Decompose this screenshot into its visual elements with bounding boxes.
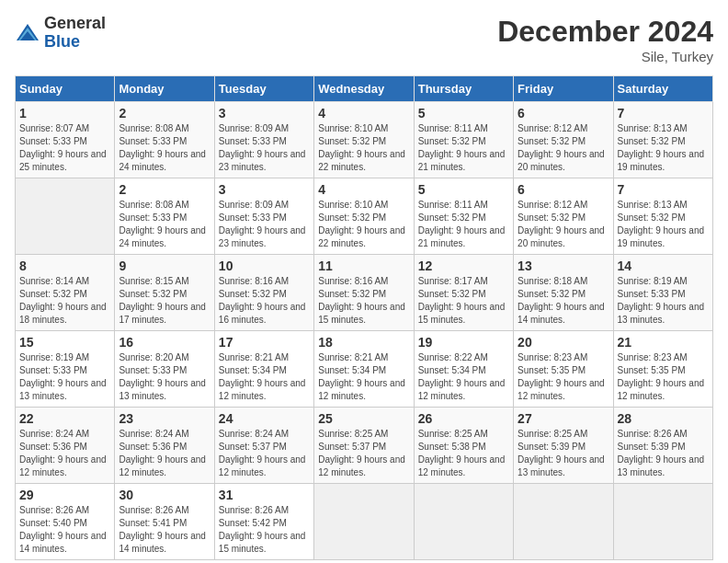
day-info: Sunrise: 8:21 AM Sunset: 5:34 PM Dayligh… xyxy=(318,351,409,403)
day-info: Sunrise: 8:25 AM Sunset: 5:37 PM Dayligh… xyxy=(318,428,409,479)
calendar-cell: 24Sunrise: 8:24 AM Sunset: 5:37 PM Dayli… xyxy=(214,408,313,484)
location-subtitle: Sile, Turkey xyxy=(497,49,713,64)
day-info: Sunrise: 8:24 AM Sunset: 5:37 PM Dayligh… xyxy=(219,428,310,479)
col-wednesday: Wednesday xyxy=(314,76,414,102)
day-info: Sunrise: 8:20 AM Sunset: 5:33 PM Dayligh… xyxy=(119,351,210,403)
calendar-cell: 6Sunrise: 8:12 AM Sunset: 5:32 PM Daylig… xyxy=(514,178,613,255)
calendar-cell xyxy=(613,484,712,560)
day-number: 11 xyxy=(318,259,409,273)
day-info: Sunrise: 8:12 AM Sunset: 5:32 PM Dayligh… xyxy=(518,122,609,174)
calendar-cell: 2Sunrise: 8:08 AM Sunset: 5:33 PM Daylig… xyxy=(115,178,214,255)
calendar-cell: 23Sunrise: 8:24 AM Sunset: 5:36 PM Dayli… xyxy=(115,408,214,484)
day-number: 4 xyxy=(318,182,409,197)
calendar-table: Sunday Monday Tuesday Wednesday Thursday… xyxy=(15,75,713,560)
title-block: December 2024 Sile, Turkey xyxy=(497,15,713,64)
col-tuesday: Tuesday xyxy=(214,76,313,102)
calendar-cell xyxy=(514,484,613,560)
day-info: Sunrise: 8:13 AM Sunset: 5:32 PM Dayligh… xyxy=(618,122,709,174)
calendar-cell: 1Sunrise: 8:07 AM Sunset: 5:33 PM Daylig… xyxy=(16,102,115,178)
day-info: Sunrise: 8:19 AM Sunset: 5:33 PM Dayligh… xyxy=(19,351,110,403)
calendar-cell: 3Sunrise: 8:09 AM Sunset: 5:33 PM Daylig… xyxy=(214,102,313,178)
calendar-cell: 30Sunrise: 8:26 AM Sunset: 5:41 PM Dayli… xyxy=(115,484,214,560)
day-info: Sunrise: 8:23 AM Sunset: 5:35 PM Dayligh… xyxy=(518,351,609,403)
day-info: Sunrise: 8:24 AM Sunset: 5:36 PM Dayligh… xyxy=(19,428,110,479)
calendar-cell: 31Sunrise: 8:26 AM Sunset: 5:42 PM Dayli… xyxy=(214,484,313,560)
day-number: 25 xyxy=(318,411,409,426)
day-number: 17 xyxy=(219,335,310,350)
calendar-cell: 29Sunrise: 8:26 AM Sunset: 5:40 PM Dayli… xyxy=(16,484,115,560)
col-saturday: Saturday xyxy=(613,76,712,102)
calendar-cell: 2Sunrise: 8:08 AM Sunset: 5:33 PM Daylig… xyxy=(115,102,214,178)
day-info: Sunrise: 8:22 AM Sunset: 5:34 PM Dayligh… xyxy=(418,351,509,403)
logo-text: General Blue xyxy=(44,15,106,52)
calendar-cell: 10Sunrise: 8:16 AM Sunset: 5:32 PM Dayli… xyxy=(214,255,313,331)
calendar-cell xyxy=(414,484,513,560)
day-number: 1 xyxy=(19,106,110,121)
table-row: 15Sunrise: 8:19 AM Sunset: 5:33 PM Dayli… xyxy=(16,331,713,408)
calendar-cell: 8Sunrise: 8:14 AM Sunset: 5:32 PM Daylig… xyxy=(16,255,115,331)
col-friday: Friday xyxy=(514,76,613,102)
day-info: Sunrise: 8:08 AM Sunset: 5:33 PM Dayligh… xyxy=(119,199,210,250)
day-info: Sunrise: 8:14 AM Sunset: 5:32 PM Dayligh… xyxy=(19,275,110,327)
col-thursday: Thursday xyxy=(414,76,513,102)
calendar-cell: 14Sunrise: 8:19 AM Sunset: 5:33 PM Dayli… xyxy=(613,255,712,331)
calendar-cell: 18Sunrise: 8:21 AM Sunset: 5:34 PM Dayli… xyxy=(314,331,414,408)
calendar-cell: 9Sunrise: 8:15 AM Sunset: 5:32 PM Daylig… xyxy=(115,255,214,331)
table-row: 29Sunrise: 8:26 AM Sunset: 5:40 PM Dayli… xyxy=(16,484,713,560)
day-info: Sunrise: 8:09 AM Sunset: 5:33 PM Dayligh… xyxy=(219,122,310,174)
day-number: 18 xyxy=(318,335,409,350)
calendar-cell: 6Sunrise: 8:12 AM Sunset: 5:32 PM Daylig… xyxy=(514,102,613,178)
calendar-cell: 16Sunrise: 8:20 AM Sunset: 5:33 PM Dayli… xyxy=(115,331,214,408)
day-number: 24 xyxy=(219,411,310,426)
day-number: 14 xyxy=(618,259,709,273)
day-info: Sunrise: 8:16 AM Sunset: 5:32 PM Dayligh… xyxy=(318,275,409,327)
calendar-cell: 5Sunrise: 8:11 AM Sunset: 5:32 PM Daylig… xyxy=(414,178,513,255)
calendar-cell: 28Sunrise: 8:26 AM Sunset: 5:39 PM Dayli… xyxy=(613,408,712,484)
calendar-cell: 25Sunrise: 8:25 AM Sunset: 5:37 PM Dayli… xyxy=(314,408,414,484)
day-number: 15 xyxy=(19,335,110,350)
day-number: 5 xyxy=(418,106,509,121)
calendar-cell: 3Sunrise: 8:09 AM Sunset: 5:33 PM Daylig… xyxy=(214,178,313,255)
day-number: 29 xyxy=(19,488,110,502)
day-number: 23 xyxy=(119,411,210,426)
day-info: Sunrise: 8:21 AM Sunset: 5:34 PM Dayligh… xyxy=(219,351,310,403)
day-number: 19 xyxy=(418,335,509,350)
day-number: 2 xyxy=(119,182,210,197)
table-row: 1Sunrise: 8:07 AM Sunset: 5:33 PM Daylig… xyxy=(16,102,713,178)
day-info: Sunrise: 8:25 AM Sunset: 5:39 PM Dayligh… xyxy=(518,428,609,479)
month-title: December 2024 xyxy=(497,15,713,49)
day-info: Sunrise: 8:25 AM Sunset: 5:38 PM Dayligh… xyxy=(418,428,509,479)
table-row: 22Sunrise: 8:24 AM Sunset: 5:36 PM Dayli… xyxy=(16,408,713,484)
logo-icon xyxy=(15,20,40,46)
calendar-cell xyxy=(314,484,414,560)
day-info: Sunrise: 8:19 AM Sunset: 5:33 PM Dayligh… xyxy=(618,275,709,327)
calendar-header-row: Sunday Monday Tuesday Wednesday Thursday… xyxy=(16,76,713,102)
day-number: 30 xyxy=(119,488,210,502)
col-monday: Monday xyxy=(115,76,214,102)
day-number: 7 xyxy=(618,182,709,197)
calendar-cell: 7Sunrise: 8:13 AM Sunset: 5:32 PM Daylig… xyxy=(613,178,712,255)
calendar-cell: 27Sunrise: 8:25 AM Sunset: 5:39 PM Dayli… xyxy=(514,408,613,484)
calendar-cell: 5Sunrise: 8:11 AM Sunset: 5:32 PM Daylig… xyxy=(414,102,513,178)
day-info: Sunrise: 8:11 AM Sunset: 5:32 PM Dayligh… xyxy=(418,199,509,250)
calendar-cell: 11Sunrise: 8:16 AM Sunset: 5:32 PM Dayli… xyxy=(314,255,414,331)
day-number: 12 xyxy=(418,259,509,273)
day-number: 3 xyxy=(219,182,310,197)
day-info: Sunrise: 8:09 AM Sunset: 5:33 PM Dayligh… xyxy=(219,199,310,250)
calendar-cell xyxy=(16,178,115,255)
table-row: 8Sunrise: 8:14 AM Sunset: 5:32 PM Daylig… xyxy=(16,255,713,331)
day-info: Sunrise: 8:18 AM Sunset: 5:32 PM Dayligh… xyxy=(518,275,609,327)
day-number: 31 xyxy=(219,488,310,502)
day-number: 27 xyxy=(518,411,609,426)
calendar-cell: 17Sunrise: 8:21 AM Sunset: 5:34 PM Dayli… xyxy=(214,331,313,408)
day-info: Sunrise: 8:23 AM Sunset: 5:35 PM Dayligh… xyxy=(618,351,709,403)
day-info: Sunrise: 8:07 AM Sunset: 5:33 PM Dayligh… xyxy=(19,122,110,174)
day-info: Sunrise: 8:26 AM Sunset: 5:40 PM Dayligh… xyxy=(19,504,110,556)
day-number: 10 xyxy=(219,259,310,273)
table-row: 2Sunrise: 8:08 AM Sunset: 5:33 PM Daylig… xyxy=(16,178,713,255)
day-info: Sunrise: 8:08 AM Sunset: 5:33 PM Dayligh… xyxy=(119,122,210,174)
day-info: Sunrise: 8:17 AM Sunset: 5:32 PM Dayligh… xyxy=(418,275,509,327)
day-info: Sunrise: 8:10 AM Sunset: 5:32 PM Dayligh… xyxy=(318,199,409,250)
col-sunday: Sunday xyxy=(16,76,115,102)
day-number: 28 xyxy=(618,411,709,426)
